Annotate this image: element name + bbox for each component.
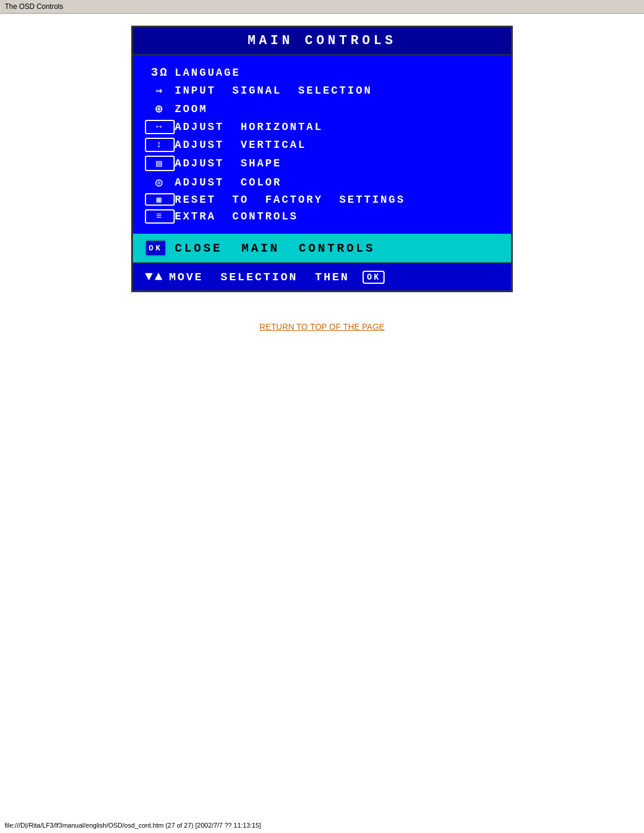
zoom-label: ZOOM xyxy=(175,103,499,115)
return-to-top-link[interactable]: RETURN TO TOP OF THE PAGE xyxy=(259,322,385,332)
page-title: The OSD Controls xyxy=(5,2,63,11)
reset-factory-label: RESET TO FACTORY SETTINGS xyxy=(175,194,499,206)
top-bar: The OSD Controls xyxy=(0,0,644,14)
menu-item-reset-factory[interactable]: ▦ RESET TO FACTORY SETTINGS xyxy=(145,191,499,208)
status-text: file:///D|/Rita/LF3/lf3manual/english/OS… xyxy=(5,822,261,829)
menu-item-extra-controls[interactable]: ≡ EXTRA CONTROLS xyxy=(145,208,499,225)
adjust-shape-icon: ▤ xyxy=(145,156,175,171)
menu-item-adjust-shape[interactable]: ▤ ADJUST SHAPE xyxy=(145,154,499,173)
adjust-vertical-label: ADJUST VERTICAL xyxy=(175,139,499,151)
extra-controls-label: EXTRA CONTROLS xyxy=(175,210,499,222)
adjust-color-icon: ◎ xyxy=(145,175,175,190)
osd-panel: MAIN CONTROLS 3Ω LANGUAGE ⇒ INPUT SIGNAL… xyxy=(131,26,513,292)
reset-factory-icon: ▦ xyxy=(145,193,175,206)
menu-item-adjust-color[interactable]: ◎ ADJUST COLOR xyxy=(145,173,499,191)
menu-item-input-signal[interactable]: ⇒ INPUT SIGNAL SELECTION xyxy=(145,81,499,100)
zoom-icon: ⊕ xyxy=(145,101,175,116)
nav-icons: ▼▲ xyxy=(145,270,164,284)
language-label: LANGUAGE xyxy=(175,67,499,79)
instruction-text: MOVE SELECTION THEN xyxy=(169,271,358,284)
close-label: CLOSE MAIN CONTROLS xyxy=(175,241,375,255)
adjust-horizontal-label: ADJUST HORIZONTAL xyxy=(175,121,499,133)
osd-title: MAIN CONTROLS xyxy=(133,27,511,55)
menu-item-language[interactable]: 3Ω LANGUAGE xyxy=(145,64,499,81)
return-link-container: RETURN TO TOP OF THE PAGE xyxy=(18,322,626,332)
menu-item-adjust-vertical[interactable]: ↕ ADJUST VERTICAL xyxy=(145,136,499,154)
ok-badge: OK xyxy=(363,271,385,284)
adjust-horizontal-icon: ↔ xyxy=(145,120,175,134)
main-content: MAIN CONTROLS 3Ω LANGUAGE ⇒ INPUT SIGNAL… xyxy=(0,14,644,343)
instruction-bar: ▼▲ MOVE SELECTION THEN OK xyxy=(133,262,511,290)
input-signal-icon: ⇒ xyxy=(145,83,175,98)
adjust-vertical-icon: ↕ xyxy=(145,138,175,152)
language-icon: 3Ω xyxy=(145,66,175,79)
menu-item-zoom[interactable]: ⊕ ZOOM xyxy=(145,100,499,118)
menu-item-adjust-horizontal[interactable]: ↔ ADJUST HORIZONTAL xyxy=(145,118,499,136)
menu-items-container: 3Ω LANGUAGE ⇒ INPUT SIGNAL SELECTION ⊕ Z… xyxy=(133,55,511,234)
extra-controls-icon: ≡ xyxy=(145,209,175,224)
adjust-color-label: ADJUST COLOR xyxy=(175,176,499,188)
close-main-controls-item[interactable]: OK CLOSE MAIN CONTROLS xyxy=(133,234,511,262)
input-signal-label: INPUT SIGNAL SELECTION xyxy=(175,85,499,97)
adjust-shape-label: ADJUST SHAPE xyxy=(175,157,499,169)
status-bar: file:///D|/Rita/LF3/lf3manual/english/OS… xyxy=(0,820,644,830)
close-ok-icon: OK xyxy=(145,240,166,256)
